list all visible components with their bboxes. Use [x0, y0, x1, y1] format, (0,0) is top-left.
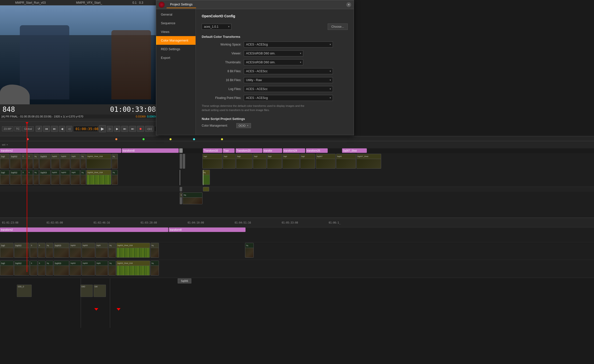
aclip-1[interactable]: Sq0 — [0, 170, 9, 185]
transform-bar-9[interactable]: Sq007_Shot — [342, 148, 367, 153]
aclip-6[interactable]: Sq003 — [39, 170, 50, 185]
prev-frame-btn[interactable]: ◀ — [59, 126, 65, 132]
aclip-10[interactable]: Sq — [80, 170, 86, 185]
bc-041[interactable]: 04! — [94, 285, 106, 297]
nav-item-color-management[interactable]: Color Management — [156, 36, 196, 45]
ext-vclip-1[interactable]: Sq0 — [0, 243, 14, 258]
aclip-4[interactable]: S — [27, 170, 33, 185]
aclip-7[interactable]: Sq003 — [51, 170, 60, 185]
ext-transform-2[interactable]: transform8 — [169, 228, 246, 232]
tc-mode-label[interactable]: TC — [14, 126, 22, 131]
aclip-9[interactable]: Sq00 — [71, 170, 80, 185]
transform-bar-7[interactable]: transform24 — [283, 148, 305, 153]
ext-vclip-9[interactable]: Sq00 — [96, 243, 108, 258]
ext-vclip-3[interactable]: S — [30, 243, 37, 258]
vclip-2[interactable]: Sq002 — [10, 154, 21, 169]
transform-bar-1[interactable]: transform2 — [0, 148, 121, 153]
ext-vclip-10[interactable]: Sq — [108, 243, 116, 258]
aclip-r1[interactable]: Sq — [202, 170, 210, 185]
aclip-2[interactable]: Sq002 — [10, 170, 21, 185]
vclip-r4[interactable]: Sq0 — [253, 154, 267, 169]
transform-bar-4[interactable]: Tran — [223, 148, 235, 153]
ext-aclip-7[interactable]: Sq003 — [70, 261, 81, 275]
transform-bar-6[interactable]: transfor — [263, 148, 282, 153]
marker-red[interactable] — [27, 138, 29, 140]
go-end-btn[interactable]: ⏭ — [129, 126, 136, 132]
ext-vclip-11[interactable]: Sq003_Shot_018 — [116, 243, 150, 258]
rev-play-btn[interactable]: ◁ — [66, 126, 72, 132]
transport-timecode[interactable]: 01:00:35:08 — [73, 126, 98, 132]
scope-label[interactable]: Global — [22, 126, 34, 131]
transform-bar-5[interactable]: Transform20 — [236, 148, 262, 153]
transform-bar-2[interactable]: transform8 — [122, 148, 179, 153]
marker-yellow[interactable] — [170, 138, 172, 140]
vclip-r3[interactable]: Sq0 — [236, 154, 252, 169]
ocio-version-wrapper[interactable]: aces_1.0.1 — [202, 24, 231, 30]
bclip-2[interactable]: Sq — [183, 192, 202, 204]
ext-aclip-9[interactable]: Sq00 — [96, 261, 108, 275]
nav-item-general[interactable]: General — [156, 10, 196, 19]
aclip-8[interactable]: Sq003 — [60, 170, 70, 185]
ext-aclip-4[interactable]: S — [38, 261, 45, 275]
aclip-3[interactable]: S — [22, 170, 27, 185]
ext-aclip-6[interactable]: Sq003 — [54, 261, 69, 275]
vclip-r1[interactable]: Sq0 — [202, 154, 222, 169]
vclip-r9[interactable]: Sq00 — [336, 154, 356, 169]
nav-item-red-settings[interactable]: RED Settings — [156, 45, 196, 53]
ocio-version-select[interactable]: aces_1.0.1 — [202, 24, 231, 30]
vclip-r6[interactable]: Sq0 — [282, 154, 300, 169]
vclip-9[interactable]: Sq00 — [71, 154, 80, 169]
thumbnails-select[interactable]: ACES/sRGB D60 sim. — [244, 59, 303, 65]
aclip-5[interactable]: Sq — [33, 170, 39, 185]
timeline-tab-close[interactable]: × — [6, 143, 8, 146]
ext-vclip-4[interactable]: S — [38, 243, 45, 258]
small-clip-1[interactable] — [180, 187, 182, 191]
next-frame-btn[interactable]: ▶ — [114, 126, 120, 132]
marker-cyan[interactable] — [193, 138, 195, 140]
ext-transform-1[interactable]: transform2 — [0, 228, 168, 232]
loop-btn[interactable]: ↺ — [36, 126, 42, 132]
vclip-12[interactable]: Sq — [112, 154, 118, 169]
vclip-7[interactable]: Sq003 — [51, 154, 60, 169]
transform-bar-3[interactable]: Transform16 — [203, 148, 222, 153]
fps-label[interactable]: 23.98* — [2, 126, 13, 131]
ext-vclip-2[interactable]: Sq002 — [14, 243, 29, 258]
ext-aclip-10[interactable]: Sq — [108, 261, 116, 275]
vclip-8[interactable]: Sq003 — [60, 154, 70, 169]
float-select[interactable]: ACES - ACEScg — [244, 95, 333, 101]
viewer-select[interactable]: ACES/sRGB D60 sim. — [244, 50, 303, 56]
ext-aclip-2[interactable]: Sq002 — [14, 261, 29, 275]
marker-green[interactable] — [143, 138, 145, 140]
log-select[interactable]: ACES - ACEScc — [244, 86, 333, 92]
vclip-r5[interactable]: Sq0 — [267, 154, 282, 169]
vclip-10[interactable]: Sq — [80, 154, 86, 169]
ext-aclip-5[interactable]: Sq — [46, 261, 53, 275]
vclip-r10[interactable]: Sq007_Shot — [356, 154, 381, 169]
ext-vclip-r1[interactable]: Sq — [245, 243, 254, 258]
float-wrapper[interactable]: ACES - ACEScg — [244, 95, 333, 101]
ext-vclip-12[interactable]: Sq — [150, 243, 159, 258]
vclip-4[interactable]: S — [27, 154, 33, 169]
ext-vclip-5[interactable]: Sq — [46, 243, 53, 258]
working-space-wrapper[interactable]: ACES - ACEScg — [244, 42, 333, 47]
transform-bar-8[interactable]: transform26 — [306, 148, 328, 153]
vclip-5[interactable]: Sq — [33, 154, 39, 169]
fwd-play-btn[interactable]: ▷ — [107, 126, 113, 132]
vclip-r7[interactable]: Sq0 — [300, 154, 315, 169]
vclip-3[interactable]: S — [22, 154, 27, 169]
aclip-11[interactable]: Sq003_Shot_018 — [86, 170, 111, 185]
ext-vclip-8[interactable]: Sq003 — [82, 243, 95, 258]
vclip-11[interactable]: Sq003_Shot_018 — [86, 154, 111, 169]
marker-orange[interactable] — [115, 138, 117, 140]
bc-040[interactable]: 040 — [80, 285, 93, 297]
slow-rev-btn[interactable]: ◁◁ — [145, 126, 153, 132]
next-edit-btn[interactable]: ⏭ — [121, 126, 128, 132]
choose-button[interactable]: Choose... — [328, 23, 348, 30]
ext-vclip-6[interactable]: Sq003 — [54, 243, 69, 258]
record-btn[interactable]: ⏺ — [137, 126, 144, 132]
8bit-wrapper[interactable]: ACES - ACEScc — [244, 68, 333, 74]
vclip-r2[interactable]: Sq0 — [223, 154, 236, 169]
bclip-1[interactable]: Sq — [180, 192, 182, 204]
marker-yellow2[interactable] — [221, 138, 223, 140]
working-space-select[interactable]: ACES - ACEScg — [244, 42, 333, 47]
